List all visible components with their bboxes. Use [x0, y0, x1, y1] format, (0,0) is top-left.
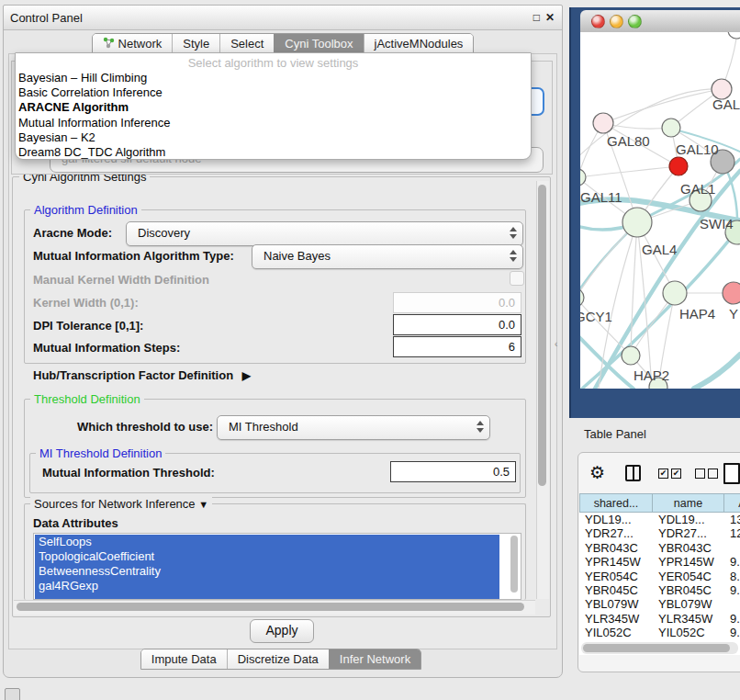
network-node-gal80[interactable]	[593, 113, 613, 133]
table-cell	[724, 597, 740, 611]
mi-type-label: Mutual Information Algorithm Type:	[33, 249, 234, 263]
network-node-hap2[interactable]	[622, 346, 640, 365]
dropdown-item[interactable]: ARACNE Algorithm	[16, 100, 531, 115]
table-row[interactable]: YDL19...YDL19...13	[579, 513, 740, 526]
mi-threshold-field[interactable]: 0.5	[390, 461, 516, 482]
data-attributes-list[interactable]: SelfLoopsTopologicalCoefficientBetweenne…	[33, 533, 521, 600]
network-canvas[interactable]: GALGAL80GAL10GAL11GAL1SWI4GAL4GCY1HAP4YH…	[580, 32, 740, 389]
column-header-a[interactable]: A	[724, 493, 740, 513]
settings-horizontal-scrollbar-thumb[interactable]	[17, 603, 524, 611]
table-row[interactable]: YIL052CYIL052C9.	[579, 626, 740, 639]
network-node-hap4[interactable]	[663, 281, 687, 305]
zoom-window-icon[interactable]	[628, 15, 642, 28]
network-node-gal4[interactable]	[622, 208, 652, 237]
aracne-mode-value: Discovery	[138, 226, 190, 240]
table-row[interactable]: YBL079WYBL079W	[579, 597, 740, 611]
network-node[interactable]	[669, 157, 688, 175]
attribute-list-item[interactable]: gal4RGexp	[35, 579, 499, 593]
unchecked-box-icon[interactable]	[708, 469, 718, 479]
kernel-width-field[interactable]: 0.0	[393, 292, 521, 313]
mi-type-combo[interactable]: Naive Bayes	[252, 244, 523, 269]
combo-arrows-icon	[477, 421, 483, 434]
unchecked-box-icon[interactable]	[695, 469, 705, 479]
float-panel-icon[interactable]: □	[533, 11, 540, 24]
network-view-window: GALGAL80GAL10GAL11GAL1SWI4GAL4GCY1HAP4YH…	[580, 10, 740, 389]
network-icon	[103, 37, 115, 51]
panel-grip-icon[interactable]	[5, 688, 20, 700]
columns-icon[interactable]	[625, 465, 641, 481]
list-scrollbar-thumb[interactable]	[510, 536, 518, 593]
table-row[interactable]: YBR043CYBR043C	[579, 541, 740, 555]
network-edge	[631, 222, 637, 356]
attribute-list-item[interactable]: SelfLoops	[35, 535, 499, 549]
table-cell: YLR345W	[579, 612, 653, 626]
tab-discretize-data[interactable]: Discretize Data	[227, 649, 329, 669]
aracne-mode-combo[interactable]: Discovery	[126, 221, 523, 246]
table-row[interactable]: YBR045CYBR045C9.	[579, 583, 740, 597]
tab-jactivemnodules[interactable]: jActiveMNodules	[364, 34, 474, 53]
dropdown-item[interactable]: Basic Correlation Inference	[16, 85, 531, 100]
node-label: SWI4	[700, 216, 734, 231]
dropdown-item[interactable]: Bayesian – Hill Climbing	[16, 71, 531, 85]
settings-vertical-scrollbar-thumb[interactable]	[538, 185, 546, 486]
network-node[interactable]	[728, 32, 740, 39]
attribute-list-item[interactable]: BetweennessCentrality	[35, 564, 499, 579]
close-panel-icon[interactable]: ✕	[545, 11, 555, 24]
node-label: GAL1	[680, 181, 715, 197]
table-cell: YPR145W	[579, 555, 653, 569]
algorithm-dropdown-popup: Select algorithm to view settings Bayesi…	[15, 52, 532, 160]
table-cell: YIL052C	[653, 626, 724, 639]
column-header-name[interactable]: name	[653, 493, 724, 513]
node-table[interactable]: shared...nameA YDL19...YDL19...13YDR27..…	[579, 493, 740, 655]
dropdown-item[interactable]: Dream8 DC_TDC Algorithm	[16, 145, 531, 160]
attribute-list-item[interactable]: TopologicalCoefficient	[35, 549, 499, 564]
checked-box-icon[interactable]: ✔	[671, 469, 681, 479]
apply-button[interactable]: Apply	[250, 619, 314, 643]
dropdown-item[interactable]: Bayesian – K2	[16, 130, 531, 145]
tab-impute-data[interactable]: Impute Data	[141, 649, 227, 669]
document-icon[interactable]	[723, 463, 740, 484]
checked-box-icon[interactable]: ✔	[658, 469, 668, 479]
table-cell: YBL079W	[579, 597, 653, 611]
dropdown-item[interactable]: Mutual Information Inference	[16, 116, 531, 130]
table-cell: 12	[724, 526, 740, 540]
tab-network[interactable]: Network	[93, 34, 173, 53]
network-node-gcy1[interactable]	[580, 288, 584, 307]
table-row[interactable]: YPR145WYPR145W9.	[579, 555, 740, 569]
node-label: GAL	[712, 96, 740, 112]
column-header-shared[interactable]: shared...	[579, 493, 653, 513]
table-row[interactable]: YER054CYER054C8.	[579, 570, 740, 583]
table-row[interactable]: YLR345WYLR345W9.	[579, 612, 740, 626]
manual-kernel-checkbox[interactable]	[510, 271, 524, 286]
close-window-icon[interactable]	[591, 15, 605, 28]
minimize-window-icon[interactable]	[610, 15, 623, 28]
split-divider-arrow-icon[interactable]: ‹	[555, 339, 557, 349]
dpi-tolerance-field[interactable]: 0.0	[393, 314, 521, 335]
which-threshold-combo[interactable]: MI Threshold	[217, 415, 490, 440]
table-cell: 13	[724, 513, 740, 526]
algorithm-definition-title: Algorithm Definition	[30, 203, 141, 217]
table-horizontal-scrollbar-thumb[interactable]	[583, 644, 730, 652]
network-node-gal10[interactable]	[662, 119, 680, 137]
network-edge	[580, 166, 678, 177]
network-edge	[603, 89, 722, 123]
tab-infer-network[interactable]: Infer Network	[329, 649, 420, 669]
hub-definition-toggle[interactable]: Hub/Transcription Factor Definition ▶	[33, 368, 251, 382]
table-cell: 9.	[724, 555, 740, 569]
sources-toggle[interactable]: Sources for Network Inference ▼	[30, 497, 212, 511]
gear-icon[interactable]: ⚙	[589, 462, 605, 483]
table-row[interactable]: YDR27...YDR27...12	[579, 526, 740, 540]
tab-select[interactable]: Select	[219, 34, 274, 53]
tab-cyni-toolbox[interactable]: Cyni Toolbox	[274, 34, 363, 53]
aracne-mode-label: Aracne Mode:	[33, 226, 112, 240]
table-cell: YER054C	[653, 570, 724, 583]
network-node-y[interactable]	[723, 282, 740, 304]
node-label: GAL4	[642, 242, 677, 257]
tab-style[interactable]: Style	[172, 34, 219, 53]
table-cell: YBL079W	[653, 597, 724, 611]
table-cell: YBR045C	[579, 583, 653, 597]
table-cell: 9.	[724, 612, 740, 626]
network-window-titlebar	[580, 10, 740, 33]
bottom-tab-bar: Impute DataDiscretize DataInfer Network	[0, 649, 562, 671]
mi-steps-field[interactable]: 6	[393, 336, 521, 357]
